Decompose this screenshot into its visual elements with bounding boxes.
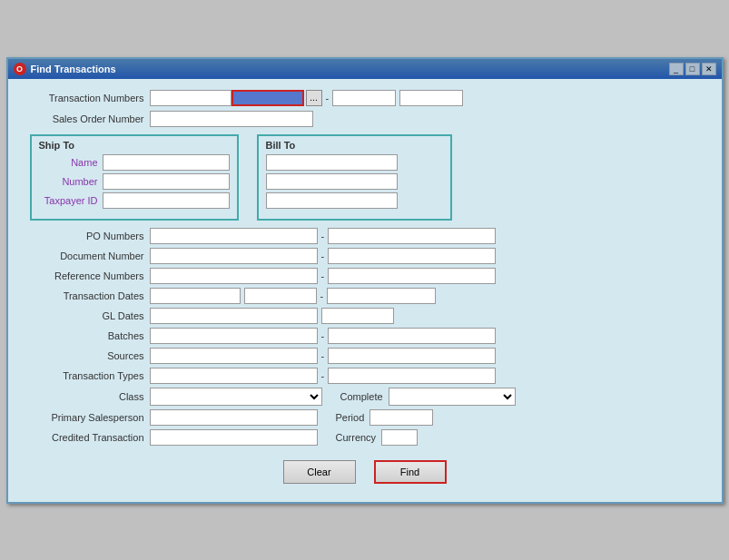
batches-input2[interactable] [328,328,496,344]
bill-to-name-row [266,154,443,171]
po-numbers-row: PO Numbers - [23,228,707,244]
class-complete-row: Class Complete [23,388,707,406]
period-input[interactable] [369,409,433,426]
title-bar: O Find Transactions _ □ ✕ [8,59,722,79]
transaction-number-input4[interactable] [399,90,463,106]
document-number-input1[interactable] [150,248,318,264]
ship-to-box: Ship To Name Number Taxpayer ID [30,134,239,221]
gl-dates-label: GL Dates [23,310,150,321]
bill-to-taxpayer-input[interactable] [266,192,398,209]
minimize-button[interactable]: _ [669,63,684,75]
credited-transaction-currency-row: Credited Transaction Currency [23,429,707,446]
bill-to-taxpayer-row [266,192,443,209]
gl-dates-input2[interactable] [321,308,394,324]
ship-to-number-label: Number [39,176,103,187]
close-button[interactable]: ✕ [702,63,716,75]
ref-dash: - [321,270,325,281]
sales-order-number-label: Sales Order Number [23,113,150,124]
transaction-numbers-label: Transaction Numbers [23,93,150,103]
transaction-types-row: Transaction Types - [23,368,707,384]
ship-to-number-row: Number [39,173,230,190]
ship-to-header: Ship To [39,140,230,151]
transaction-number-input2[interactable] [232,90,304,106]
document-number-row: Document Number - [23,248,707,264]
reference-numbers-label: Reference Numbers [23,270,150,281]
primary-salesperson-input[interactable] [150,409,318,426]
batches-input1[interactable] [150,328,318,344]
clear-button[interactable]: Clear [283,460,356,484]
title-controls: _ □ ✕ [669,63,716,75]
sales-order-number-input[interactable] [150,111,313,127]
reference-numbers-input1[interactable] [150,268,318,284]
sources-row: Sources - [23,348,707,364]
po-dash: - [321,231,325,241]
bill-to-box: Bill To [257,134,452,221]
document-number-input2[interactable] [328,248,496,264]
credited-transaction-input[interactable] [150,429,318,446]
sources-label: Sources [23,350,150,361]
complete-select[interactable] [389,388,516,406]
ship-to-name-input[interactable] [103,154,230,171]
transaction-dates-input2[interactable] [244,288,317,304]
ship-to-taxpayer-input[interactable] [103,192,230,209]
reference-numbers-row: Reference Numbers - [23,268,707,284]
po-numbers-input2[interactable] [328,228,496,244]
transaction-dates-input1[interactable] [150,288,241,304]
period-label: Period [336,412,365,423]
title-bar-left: O Find Transactions [14,63,116,75]
primary-salesperson-period-row: Primary Salesperson Period [23,409,707,426]
bill-to-header: Bill To [266,140,443,151]
transaction-dates-row: Transaction Dates - [23,288,707,304]
main-window: O Find Transactions _ □ ✕ Transaction Nu… [6,57,724,504]
transaction-number-input3[interactable] [332,90,396,106]
transaction-number-input1[interactable] [150,90,232,106]
bill-to-number-row [266,173,443,190]
ship-to-taxpayer-label: Taxpayer ID [39,195,103,206]
transaction-dates-label: Transaction Dates [23,290,150,301]
ship-to-name-label: Name [39,157,103,168]
class-select[interactable] [150,388,322,406]
ship-to-number-input[interactable] [103,173,230,190]
complete-label: Complete [340,391,383,402]
fields-section: PO Numbers - Document Number - Reference… [23,228,707,446]
transaction-number-dash: - [326,93,330,103]
batches-label: Batches [23,330,150,341]
currency-input[interactable] [381,429,418,446]
bottom-buttons: Clear Find [23,460,707,484]
find-button[interactable]: Find [374,460,447,484]
bill-to-name-input[interactable] [266,154,398,171]
bill-to-number-input[interactable] [266,173,398,190]
reference-numbers-input2[interactable] [328,268,496,284]
ship-bill-section: Ship To Name Number Taxpayer ID Bill To [30,134,707,221]
sources-input1[interactable] [150,348,318,364]
txdate-dash: - [320,290,324,301]
window-title: Find Transactions [31,64,116,74]
currency-label: Currency [336,432,377,443]
transaction-numbers-row: Transaction Numbers ... - [23,90,707,106]
batch-dash: - [321,330,325,341]
gl-dates-input1[interactable] [150,308,318,324]
transaction-types-input2[interactable] [328,368,496,384]
form-content: Transaction Numbers ... - Sales Order Nu… [8,79,722,502]
transaction-types-label: Transaction Types [23,370,150,381]
credited-transaction-label: Credited Transaction [23,432,150,443]
ship-to-name-row: Name [39,154,230,171]
transaction-number-dots-button[interactable]: ... [306,90,322,106]
gl-dates-row: GL Dates [23,308,707,324]
ship-to-taxpayer-row: Taxpayer ID [39,192,230,209]
batches-row: Batches - [23,328,707,344]
primary-salesperson-label: Primary Salesperson [23,412,150,423]
doc-dash: - [321,251,325,261]
class-label: Class [23,391,150,402]
sources-dash: - [321,350,325,361]
po-numbers-label: PO Numbers [23,231,150,241]
transaction-types-input1[interactable] [150,368,318,384]
maximize-button[interactable]: □ [685,63,700,75]
document-number-label: Document Number [23,251,150,261]
sources-input2[interactable] [328,348,496,364]
app-icon: O [14,63,26,75]
po-numbers-input1[interactable] [150,228,318,244]
txtype-dash: - [321,370,325,381]
transaction-dates-input3[interactable] [327,288,436,304]
sales-order-number-row: Sales Order Number [23,111,707,127]
